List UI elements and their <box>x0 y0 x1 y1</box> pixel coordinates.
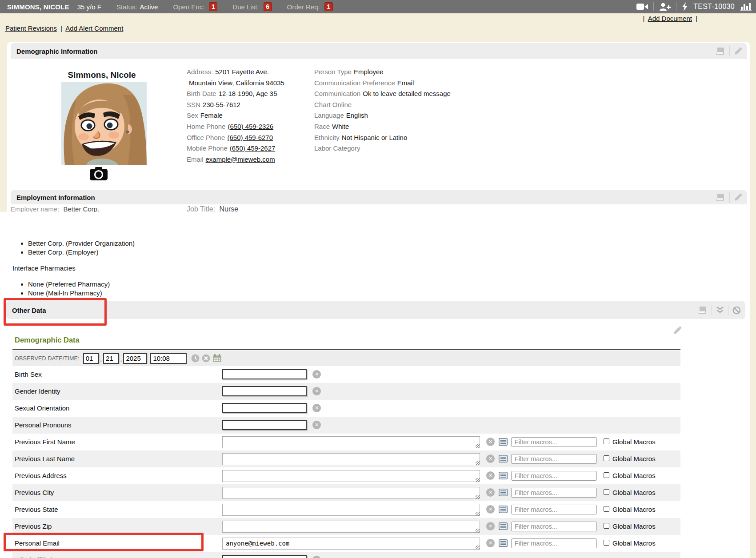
filter-macros-input[interactable] <box>511 454 597 464</box>
macro-list-icon[interactable] <box>499 438 508 446</box>
pencil-icon[interactable] <box>734 193 742 202</box>
clear-x-icon[interactable]: ✕ <box>312 421 321 429</box>
lightning-icon[interactable] <box>682 2 688 11</box>
pharmacy-list: None (Preferred Pharmacy)None (Mail-In P… <box>21 280 110 297</box>
observed-time-input[interactable] <box>150 353 187 364</box>
resize-grip[interactable] <box>476 478 480 482</box>
field-input[interactable] <box>222 386 307 396</box>
field-textarea[interactable] <box>222 521 480 533</box>
global-macros-checkbox[interactable] <box>604 438 609 444</box>
clear-x-icon[interactable]: ✕ <box>486 505 495 514</box>
field-textarea[interactable] <box>222 504 480 516</box>
clock-icon[interactable] <box>191 354 200 363</box>
clear-x-icon[interactable]: ✕ <box>486 539 495 547</box>
field-input[interactable] <box>222 555 307 558</box>
pencil-icon[interactable] <box>673 326 682 335</box>
global-macros-checkbox[interactable] <box>604 523 609 529</box>
filter-macros-input[interactable] <box>511 538 597 548</box>
resize-grip[interactable] <box>476 461 480 465</box>
observed-month-input[interactable] <box>83 353 99 364</box>
info-value-link[interactable]: (650) 459-6270 <box>227 134 273 141</box>
no-entry-icon[interactable] <box>732 306 741 315</box>
due-list-label: Due List: <box>232 3 259 11</box>
clear-x-icon[interactable]: ✕ <box>486 438 495 446</box>
info-line: Emailexample@mieweb.com <box>187 154 284 165</box>
open-enc-badge[interactable]: 1 <box>209 2 217 11</box>
macro-list-icon[interactable] <box>499 455 508 462</box>
field-input[interactable] <box>222 403 307 413</box>
global-macros-checkbox[interactable] <box>604 506 609 512</box>
organization-list: Better Corp. (Provider Organization)Bett… <box>21 239 135 256</box>
clear-x-icon[interactable]: ✕ <box>312 556 321 558</box>
chart-id: TEST-10030 <box>693 3 735 11</box>
observed-day-input[interactable] <box>103 353 119 364</box>
field-textarea[interactable] <box>222 470 480 482</box>
clear-x-icon[interactable]: ✕ <box>486 522 495 530</box>
info-value-link[interactable]: (650) 459-2326 <box>228 123 274 130</box>
add-person-icon[interactable] <box>659 3 671 11</box>
field-textarea[interactable] <box>222 453 480 465</box>
clear-x-icon[interactable]: ✕ <box>486 488 495 497</box>
patient-photo[interactable] <box>61 82 147 165</box>
video-camera-icon[interactable] <box>636 3 648 10</box>
global-macros-checkbox[interactable] <box>604 472 609 478</box>
clear-x-icon[interactable]: ✕ <box>486 471 495 480</box>
info-label: Sex <box>187 112 198 119</box>
info-value: Email <box>397 79 414 87</box>
macro-list-icon[interactable] <box>499 506 508 513</box>
field-input[interactable] <box>222 420 307 430</box>
global-macros-checkbox[interactable] <box>604 455 609 461</box>
info-label: Mobile Phone <box>187 144 228 152</box>
order-req-badge[interactable]: 1 <box>324 2 333 11</box>
observed-year-input[interactable] <box>123 353 147 364</box>
field-textarea[interactable] <box>222 487 480 499</box>
camera-icon[interactable] <box>90 167 108 180</box>
add-document-link[interactable]: Add Document <box>648 15 692 22</box>
add-alert-comment-link[interactable]: Add Alert Comment <box>65 24 123 32</box>
filter-macros-input[interactable] <box>511 488 597 498</box>
filter-macros-input[interactable] <box>511 437 597 447</box>
list-item: None (Mail-In Pharmacy) <box>28 289 110 298</box>
due-list-badge[interactable]: 6 <box>264 2 272 11</box>
double-chevron-down-icon[interactable] <box>716 307 724 314</box>
field-textarea[interactable] <box>222 538 480 550</box>
clear-x-icon[interactable]: ✕ <box>312 370 321 379</box>
field-textarea[interactable] <box>222 436 480 448</box>
pencil-icon[interactable] <box>734 47 742 56</box>
patient-revisions-link[interactable]: Patient Revisions <box>5 24 57 32</box>
form-row: Previous Address ✕ Global Macros <box>12 467 680 484</box>
field-input[interactable] <box>222 369 307 379</box>
global-macros-checkbox[interactable] <box>604 489 609 495</box>
clear-x-icon[interactable]: ✕ <box>312 404 321 412</box>
book-icon[interactable] <box>716 47 725 56</box>
macro-list-icon[interactable] <box>499 489 508 496</box>
info-value: 5201 Fayette Ave. <box>215 68 269 76</box>
global-macros-label: Global Macros <box>612 539 656 547</box>
global-macros-checkbox[interactable] <box>604 540 609 546</box>
bar-chart-icon[interactable] <box>740 2 752 11</box>
other-data-header[interactable]: Other Data <box>6 301 745 319</box>
filter-macros-input[interactable] <box>511 522 597 531</box>
info-label: Communication <box>314 90 360 97</box>
resize-grip[interactable] <box>476 495 480 499</box>
macro-list-icon[interactable] <box>499 522 508 530</box>
book-icon[interactable] <box>698 306 708 315</box>
resize-grip[interactable] <box>476 529 480 533</box>
employment-partial-row: Employer name: Better Corp. Job Title: N… <box>11 205 500 212</box>
filter-macros-input[interactable] <box>511 505 597 514</box>
clear-x-icon[interactable] <box>202 354 210 363</box>
resize-grip[interactable] <box>476 444 480 448</box>
macro-list-icon[interactable] <box>499 472 508 479</box>
resize-grip[interactable] <box>476 546 480 550</box>
macro-list-icon[interactable] <box>499 539 508 547</box>
clear-x-icon[interactable]: ✕ <box>486 454 495 463</box>
filter-macros-input[interactable] <box>511 471 597 481</box>
resize-grip[interactable] <box>476 512 480 516</box>
icon-divider <box>728 305 728 315</box>
book-icon[interactable] <box>716 193 725 202</box>
info-value-link[interactable]: (650) 459-2627 <box>230 144 276 152</box>
info-line: Mobile Phone(650) 459-2627 <box>187 143 284 154</box>
info-value-link[interactable]: example@mieweb.com <box>206 155 275 163</box>
clear-x-icon[interactable]: ✕ <box>312 387 321 395</box>
calendar-icon[interactable] <box>212 354 222 363</box>
